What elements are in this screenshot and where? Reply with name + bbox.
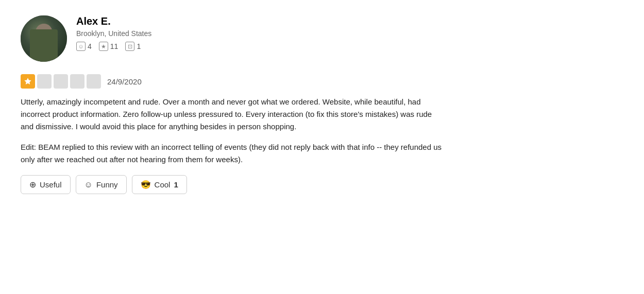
star-icon: ★ <box>99 42 108 51</box>
cool-count: 1 <box>174 180 178 189</box>
profile-section: Alex E. Brooklyn, United States ☺ 4 ★ 11… <box>21 15 443 62</box>
star-rating <box>21 74 101 89</box>
funny-button[interactable]: ☺ Funny <box>76 175 127 194</box>
cool-button[interactable]: 😎 Cool 1 <box>132 175 187 194</box>
profile-stats: ☺ 4 ★ 11 ⊡ 1 <box>76 42 151 51</box>
reviews-stat: ☺ 4 <box>76 42 92 51</box>
funny-icon: ☺ <box>84 180 93 189</box>
star-2 <box>37 74 52 89</box>
profile-name: Alex E. <box>76 15 151 27</box>
review-body: Utterly, amazingly incompetent and rude.… <box>21 96 443 166</box>
photo-icon: ⊡ <box>125 42 134 51</box>
star-4 <box>70 74 84 89</box>
profile-location: Brooklyn, United States <box>76 29 151 38</box>
star-1 <box>21 74 35 89</box>
friends-count: 11 <box>110 42 118 50</box>
useful-label: Useful <box>40 180 62 189</box>
reaction-buttons: ⊕ Useful ☺ Funny 😎 Cool 1 <box>21 175 443 194</box>
avatar <box>21 15 67 62</box>
rating-row: 24/9/2020 <box>21 74 443 89</box>
reviews-count: 4 <box>88 42 92 50</box>
star-3 <box>54 74 68 89</box>
photos-stat: ⊡ 1 <box>125 42 141 51</box>
cool-label: Cool <box>155 180 171 189</box>
useful-button[interactable]: ⊕ Useful <box>21 175 71 194</box>
star-5 <box>87 74 101 89</box>
review-icon: ☺ <box>76 42 86 51</box>
review-paragraph-2: Edit: BEAM replied to this review with a… <box>21 141 443 166</box>
cool-icon: 😎 <box>141 180 151 189</box>
review-paragraph-1: Utterly, amazingly incompetent and rude.… <box>21 96 443 133</box>
photos-count: 1 <box>137 42 141 50</box>
profile-info: Alex E. Brooklyn, United States ☺ 4 ★ 11… <box>76 15 151 51</box>
friends-stat: ★ 11 <box>99 42 118 51</box>
funny-label: Funny <box>96 180 118 189</box>
svg-marker-0 <box>24 78 31 84</box>
review-date: 24/9/2020 <box>107 77 142 86</box>
useful-icon: ⊕ <box>29 180 36 189</box>
